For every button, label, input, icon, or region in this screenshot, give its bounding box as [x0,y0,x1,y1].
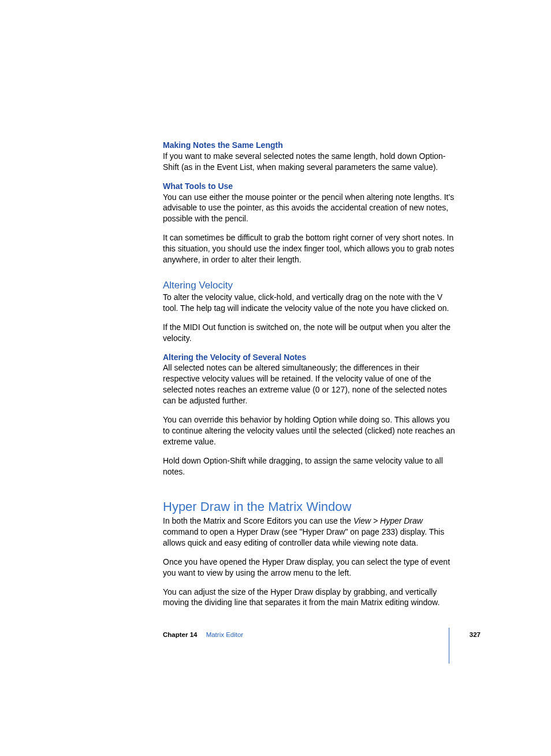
para: You can use either the mouse pointer or … [163,192,457,225]
subhead-altering-several: Altering the Velocity of Several Notes [163,352,457,363]
page-body: Making Notes the Same Length If you want… [163,140,457,608]
para: It can sometimes be difficult to grab th… [163,232,457,265]
heading-hyper-draw: Hyper Draw in the Matrix Window [163,499,457,516]
para: Once you have opened the Hyper Draw disp… [163,557,457,579]
para: In both the Matrix and Score Editors you… [163,516,457,549]
para: Hold down Option-Shift while dragging, t… [163,455,457,477]
text-run: command to open a Hyper Draw (see "Hyper… [163,527,444,547]
menu-path-italic: View > Hyper Draw [353,516,423,525]
subhead-making-notes: Making Notes the Same Length [163,140,457,151]
section-altering-velocity: Altering Velocity [163,279,457,292]
para: To alter the velocity value, click-hold,… [163,292,457,314]
para: If the MIDI Out function is switched on,… [163,322,457,344]
para: All selected notes can be altered simult… [163,362,457,406]
para: If you want to make several selected not… [163,151,457,173]
text-run: In both the Matrix and Score Editors you… [163,516,353,525]
para: You can override this behavior by holdin… [163,414,457,447]
footer-divider [449,628,449,664]
footer-title: Matrix Editor [206,631,244,638]
footer: Chapter 14 Matrix Editor 327 [163,631,481,643]
subhead-what-tools: What Tools to Use [163,181,457,192]
para: You can adjust the size of the Hyper Dra… [163,587,457,609]
footer-page-number: 327 [470,631,481,638]
footer-chapter: Chapter 14 [163,631,197,638]
